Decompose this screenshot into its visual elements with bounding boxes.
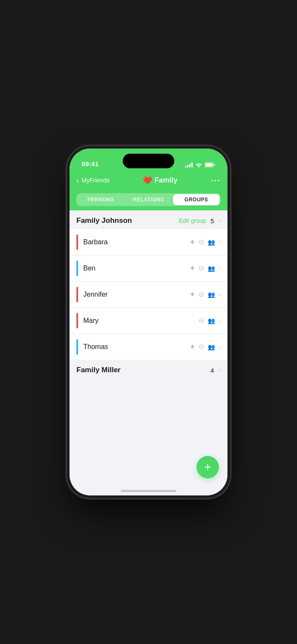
nav-bar: ‹ MyFriends ❤️ Family ···: [70, 171, 227, 190]
tab-persons[interactable]: PERSONS: [77, 194, 124, 205]
add-group-button[interactable]: +: [197, 456, 219, 478]
home-indicator: [121, 490, 176, 492]
relation-icon: ⚇: [199, 291, 204, 298]
jennifer-icons: ⚜ ⚇ 👥: [190, 291, 215, 298]
group-johnson-name: Family Johnson: [76, 216, 132, 225]
group-icon: 👥: [208, 239, 215, 246]
mary-icons: ⚇ 👥: [199, 317, 215, 324]
member-row-barbara[interactable]: Barbara ⚜ ⚇ 👥 ›: [70, 229, 227, 255]
status-icons: [185, 162, 215, 167]
scrollable-content: Family Johnson Edit group 5 › Barbara ⚜: [70, 210, 227, 495]
thomas-name: Thomas: [83, 343, 190, 351]
signal-icon: [185, 162, 193, 167]
member-row-mary[interactable]: Mary ⚇ 👥 ›: [70, 308, 227, 334]
add-icon: +: [204, 461, 211, 473]
barbara-color-bar: [76, 234, 78, 250]
member-row-thomas[interactable]: Thomas ⚜ ⚇ 👥 ›: [70, 334, 227, 360]
jennifer-name: Jennifer: [83, 291, 190, 298]
member-row-jennifer[interactable]: Jennifer ⚜ ⚇ 👥 ›: [70, 282, 227, 308]
group-miller-chevron: ›: [218, 366, 221, 374]
group-johnson-actions: Edit group 5 ›: [179, 217, 221, 225]
group-johnson-header: Family Johnson Edit group 5 ›: [70, 210, 227, 229]
relation-icon: ⚇: [199, 265, 204, 272]
award-icon: ⚜: [190, 343, 195, 350]
group-miller-actions: 4 ›: [210, 366, 221, 374]
nav-title: ❤️ Family: [143, 176, 178, 185]
member-row-ben[interactable]: Ben ⚜ ⚇ 👥 ›: [70, 255, 227, 282]
relation-icon: ⚇: [199, 317, 204, 324]
group-johnson-count: 5: [210, 217, 214, 225]
mary-chevron: ›: [218, 317, 221, 324]
wifi-icon: [195, 162, 202, 167]
segment-inner: PERSONS RELATIONS GROUPS: [76, 193, 221, 206]
member-list-johnson: Barbara ⚜ ⚇ 👥 › Ben ⚜: [70, 229, 227, 360]
thomas-chevron: ›: [218, 343, 221, 350]
status-time: 09:41: [82, 160, 99, 167]
heart-icon: ❤️: [143, 176, 152, 185]
jennifer-chevron: ›: [218, 291, 221, 298]
phone-frame: 09:41: [67, 146, 230, 498]
ben-color-bar: [76, 261, 78, 276]
thomas-icons: ⚜ ⚇ 👥: [190, 343, 215, 350]
group-icon: 👥: [208, 343, 215, 350]
tab-relations[interactable]: RELATIONS: [125, 194, 172, 205]
edit-group-button[interactable]: Edit group: [179, 217, 206, 224]
thomas-color-bar: [76, 339, 78, 355]
back-label: MyFriends: [82, 177, 109, 184]
barbara-icons: ⚜ ⚇ 👥: [190, 239, 215, 246]
award-icon: ⚜: [190, 239, 195, 246]
dynamic-island: [123, 154, 174, 168]
tab-groups[interactable]: GROUPS: [173, 194, 220, 205]
barbara-name: Barbara: [83, 238, 190, 246]
battery-icon: [205, 162, 215, 167]
ben-name: Ben: [83, 264, 190, 272]
segment-control: PERSONS RELATIONS GROUPS: [70, 190, 227, 210]
jennifer-color-bar: [76, 287, 78, 302]
mary-color-bar: [76, 313, 78, 328]
award-icon: ⚜: [190, 291, 195, 298]
group-icon: 👥: [208, 265, 215, 272]
group-icon: 👥: [208, 317, 215, 324]
group-miller-header: Family Miller 4 ›: [70, 360, 227, 379]
ben-chevron: ›: [218, 265, 221, 272]
relation-icon: ⚇: [199, 239, 204, 246]
mary-name: Mary: [83, 317, 199, 325]
page-title: Family: [155, 176, 178, 185]
group-miller-name: Family Miller: [76, 366, 121, 374]
group-johnson-chevron: ›: [218, 217, 221, 225]
ben-icons: ⚜ ⚇ 👥: [190, 265, 215, 272]
award-icon: ⚜: [190, 265, 195, 272]
more-button[interactable]: ···: [211, 176, 221, 185]
back-chevron-icon: ‹: [76, 176, 79, 185]
group-icon: 👥: [208, 291, 215, 298]
relation-icon: ⚇: [199, 343, 204, 350]
group-miller-count: 4: [210, 367, 214, 374]
svg-rect-1: [206, 164, 213, 167]
barbara-chevron: ›: [218, 239, 221, 246]
phone-screen: 09:41: [70, 149, 227, 495]
back-button[interactable]: ‹ MyFriends: [76, 176, 109, 185]
